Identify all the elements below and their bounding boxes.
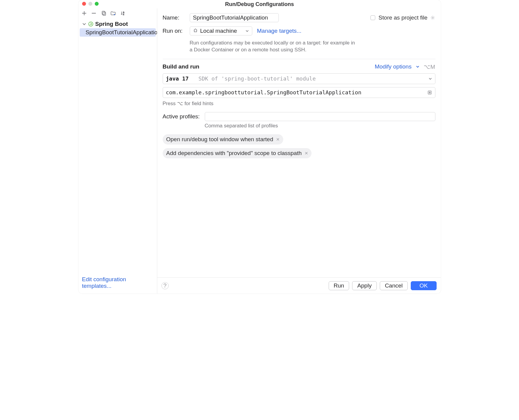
sidebar-footer: Edit configuration templates...: [78, 272, 157, 294]
modify-options-label: Modify options: [375, 63, 412, 70]
svg-point-8: [432, 17, 433, 19]
remove-config-icon[interactable]: [91, 11, 97, 16]
section-separator: [163, 59, 435, 59]
traffic-lights: [82, 2, 99, 6]
configurations-sidebar: az Spring Boot SpringBootTutorialAppl: [78, 8, 157, 294]
run-target-combobox[interactable]: Local machine: [190, 26, 252, 35]
help-icon[interactable]: ?: [161, 282, 169, 289]
field-hints: Press ⌥ for field hints: [163, 100, 435, 107]
build-and-run-title: Build and run: [163, 63, 199, 70]
configurations-tree[interactable]: Spring Boot SpringBootTutorialApplicatio…: [78, 18, 157, 272]
run-button[interactable]: Run: [329, 281, 349, 290]
list-icon[interactable]: [427, 90, 432, 95]
store-label: Store as project file: [379, 14, 428, 21]
dialog-body: az Spring Boot SpringBootTutorialAppl: [78, 8, 441, 294]
configuration-form: Name: Store as project file Run on:: [157, 8, 441, 294]
run-on-hint: Run configurations may be executed local…: [190, 40, 358, 53]
chip-open-tool-window[interactable]: Open run/debug tool window when started …: [163, 134, 283, 145]
active-profiles-label: Active profiles:: [163, 113, 201, 120]
store-as-project-file[interactable]: Store as project file: [369, 14, 435, 21]
chevron-down-icon: [416, 63, 419, 70]
svg-rect-0: [102, 11, 105, 14]
chip-provided-scope[interactable]: Add dependencies with "provided" scope t…: [163, 148, 312, 158]
dialog-footer: ? Run Apply Cancel OK: [157, 277, 441, 294]
svg-text:z: z: [123, 13, 124, 15]
name-input[interactable]: [190, 13, 279, 22]
close-icon[interactable]: ×: [305, 150, 308, 157]
jre-selector[interactable]: java 17 SDK of 'spring-boot-tutorial' mo…: [163, 73, 435, 84]
chip-label: Add dependencies with "provided" scope t…: [166, 150, 302, 157]
active-profiles-row: Active profiles:: [163, 112, 435, 121]
active-profiles-input[interactable]: [205, 112, 435, 121]
folder-add-icon[interactable]: [110, 11, 116, 16]
options-chips: Open run/debug tool window when started …: [163, 134, 435, 158]
chevron-down-icon: [428, 75, 432, 82]
form-scroll-area: Name: Store as project file Run on:: [157, 8, 441, 277]
titlebar: Run/Debug Configurations: [78, 0, 441, 8]
zoom-window-dot[interactable]: [95, 2, 99, 6]
main-class-field[interactable]: com.example.springboottutorial.SpringBoo…: [163, 87, 435, 98]
tree-group-spring-boot[interactable]: Spring Boot: [80, 20, 156, 28]
apply-button[interactable]: Apply: [352, 281, 377, 290]
spring-boot-icon: [88, 21, 94, 27]
tree-item-label: SpringBootTutorialApplication: [86, 29, 157, 36]
edit-configuration-templates-link[interactable]: Edit configuration templates...: [82, 276, 126, 289]
sidebar-toolbar: az: [78, 8, 157, 18]
close-window-dot[interactable]: [82, 2, 86, 6]
jre-secondary: SDK of 'spring-boot-tutorial' module: [198, 75, 316, 82]
add-config-icon[interactable]: [81, 11, 87, 16]
run-on-row: Run on: Local machine Manage targets...: [163, 26, 435, 35]
copy-config-icon[interactable]: [101, 11, 106, 16]
modify-options-shortcut: ⌥M: [424, 63, 435, 70]
build-and-run-header: Build and run Modify options ⌥M: [163, 63, 435, 70]
name-label: Name:: [163, 14, 185, 21]
run-on-label: Run on:: [163, 28, 185, 34]
svg-point-5: [91, 23, 91, 23]
window-title: Run/Debug Configurations: [225, 1, 294, 8]
chevron-down-icon: [82, 22, 86, 26]
cancel-button[interactable]: Cancel: [380, 281, 408, 290]
svg-rect-1: [103, 12, 106, 15]
manage-targets-link[interactable]: Manage targets...: [257, 28, 302, 34]
name-row: Name: Store as project file: [163, 13, 435, 22]
ok-button[interactable]: OK: [411, 281, 436, 290]
close-icon[interactable]: ×: [276, 136, 279, 143]
tree-item-springboottutorialapplication[interactable]: SpringBootTutorialApplication: [80, 28, 156, 37]
sort-config-icon[interactable]: az: [120, 11, 125, 16]
chip-label: Open run/debug tool window when started: [166, 136, 273, 143]
home-icon: [193, 28, 198, 34]
run-debug-configurations-window: Run/Debug Configurations az: [78, 0, 441, 294]
run-target-value: Local machine: [200, 28, 237, 34]
main-class-value: com.example.springboottutorial.SpringBoo…: [166, 89, 361, 96]
minimize-window-dot[interactable]: [88, 2, 92, 6]
store-checkbox[interactable]: [370, 15, 375, 20]
modify-options[interactable]: Modify options ⌥M: [375, 63, 435, 70]
jre-primary: java 17: [166, 75, 189, 82]
gear-icon[interactable]: [430, 15, 435, 20]
active-profiles-hint: Comma separated list of profiles: [205, 123, 435, 129]
svg-point-4: [88, 22, 93, 26]
tree-group-label: Spring Boot: [95, 21, 128, 27]
chevron-down-icon: [245, 28, 249, 34]
